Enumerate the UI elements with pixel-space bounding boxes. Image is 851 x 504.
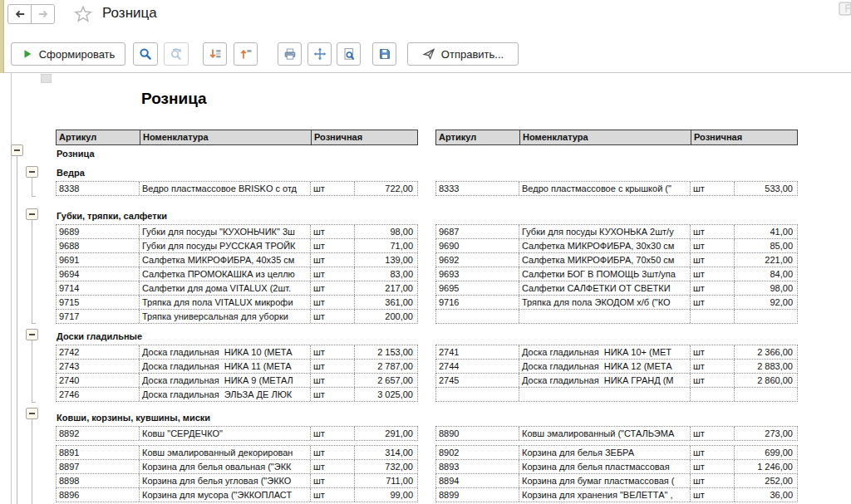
cell-article[interactable]: 9695 <box>436 281 519 295</box>
cell-price[interactable]: 200,00 <box>355 310 417 323</box>
group-label[interactable] <box>435 149 798 162</box>
expand-groups-button[interactable] <box>203 42 227 66</box>
send-button[interactable]: Отправить... <box>407 42 519 66</box>
cell-article[interactable]: 2746 <box>57 388 140 401</box>
cell-unit[interactable]: шт <box>311 427 355 440</box>
cell-article[interactable]: 8896 <box>57 488 140 502</box>
cell-unit[interactable]: шт <box>311 281 355 295</box>
cell-article[interactable]: 2743 <box>57 360 140 373</box>
cell-unit[interactable]: шт <box>691 253 735 267</box>
header-price[interactable]: Розничная <box>311 130 417 144</box>
group-label[interactable]: Ковши, корзины, кувшины, миски <box>56 413 418 426</box>
cell-price[interactable]: 139,00 <box>355 253 417 267</box>
cell-unit[interactable]: шт <box>691 225 735 238</box>
cell-unit[interactable]: шт <box>311 388 355 401</box>
cell-name[interactable]: Доска гладильная НИКА 11 (МЕТА <box>140 360 311 373</box>
cell-name[interactable]: Корзина для белья пластмассовая <box>519 460 691 473</box>
cell-price[interactable]: 84,00 <box>735 267 797 281</box>
cell-price[interactable]: 221,00 <box>735 253 797 267</box>
favorite-star-icon[interactable] <box>74 5 92 23</box>
cell-unit[interactable]: шт <box>691 360 735 373</box>
cell-unit[interactable]: шт <box>691 267 735 281</box>
cell-article[interactable]: 9694 <box>57 267 140 281</box>
cell-article[interactable]: 2745 <box>436 374 519 387</box>
cell-unit[interactable]: шт <box>691 474 735 487</box>
cell-price[interactable]: 83,00 <box>355 267 417 281</box>
cell-price[interactable]: 2 657,00 <box>355 374 417 387</box>
cell-name[interactable]: Салфетка ПРОМОКАШКА из целлю <box>140 267 311 281</box>
preview-button[interactable] <box>337 42 361 66</box>
cell-article[interactable]: 9690 <box>436 239 519 252</box>
cell-name[interactable]: Доска гладильная НИКА 10+ (МЕТ <box>519 345 691 359</box>
cell-price[interactable]: 699,00 <box>735 446 797 459</box>
header-price[interactable]: Розничная <box>691 130 797 144</box>
cell-price[interactable]: 71,00 <box>355 239 417 252</box>
cell-price[interactable]: 711,00 <box>355 474 417 487</box>
group-label[interactable]: Ведра <box>56 168 418 181</box>
cell-name[interactable]: Доска гладильная НИКА 12 (МЕТА <box>519 360 691 373</box>
group-label[interactable]: Розница <box>56 149 418 162</box>
print-button[interactable] <box>278 42 302 66</box>
cell-unit[interactable]: шт <box>691 239 735 252</box>
cell-article[interactable]: 2744 <box>436 360 519 373</box>
cell-unit[interactable]: шт <box>691 374 735 387</box>
cell-article[interactable]: 8892 <box>57 427 140 440</box>
cell-unit[interactable]: шт <box>691 446 735 459</box>
collapse-groups-button[interactable] <box>234 42 258 66</box>
cell-name[interactable]: Ковш "СЕРДЕЧКО" <box>140 427 311 440</box>
cell-article[interactable]: 9716 <box>436 296 519 309</box>
cell-article[interactable]: 8898 <box>57 474 140 487</box>
cell-price[interactable]: 291,00 <box>355 427 417 440</box>
cell-unit[interactable]: шт <box>691 488 735 502</box>
cell-name[interactable]: Салфетки для дома VITALUX (2шт. <box>140 281 311 295</box>
cell-article[interactable]: 8890 <box>436 427 519 440</box>
cell-article[interactable]: 2740 <box>57 374 140 387</box>
cell-price[interactable]: 361,00 <box>355 296 417 309</box>
cell-article[interactable]: 8338 <box>57 182 140 195</box>
forward-button[interactable] <box>31 4 55 24</box>
cell-article[interactable]: 2741 <box>436 345 519 359</box>
cell-price[interactable]: 217,00 <box>355 281 417 295</box>
cell-article[interactable]: 9692 <box>436 253 519 267</box>
group-label[interactable] <box>435 211 798 224</box>
cell-unit[interactable]: шт <box>311 345 355 359</box>
cell-price[interactable]: 2 860,00 <box>735 374 797 387</box>
collapse-group-button-doski[interactable] <box>26 329 38 340</box>
cell-unit[interactable]: шт <box>311 310 355 323</box>
cell-unit[interactable]: шт <box>311 253 355 267</box>
cell-article[interactable]: 9714 <box>57 281 140 295</box>
search-button[interactable] <box>133 42 158 66</box>
cell-price[interactable]: 533,00 <box>735 182 797 195</box>
cell-unit[interactable]: шт <box>691 281 735 295</box>
cell-name[interactable]: Салфетка МИКРОФИБРА, 40х35 см <box>140 253 311 267</box>
collapse-group-button-kovshi[interactable] <box>26 408 38 419</box>
cell-unit[interactable]: шт <box>311 374 355 387</box>
cell-name[interactable]: Тряпка для пола VITALUX микрофи <box>140 296 311 309</box>
collapse-group-button-roznica[interactable] <box>11 144 23 156</box>
fit-page-button[interactable] <box>307 42 332 66</box>
group-label[interactable] <box>435 168 798 181</box>
cell-price[interactable]: 252,00 <box>735 474 797 487</box>
cell-name[interactable]: Губки для посуды РУССКАЯ ТРОЙК <box>140 239 311 252</box>
cell-name[interactable]: Доска гладильная НИКА 9 (МЕТАЛ <box>140 374 311 387</box>
cell-unit[interactable]: шт <box>311 296 355 309</box>
cell-name[interactable]: Корзина для хранения "ВЕЛЕТТА" , <box>519 488 691 502</box>
header-name[interactable]: Номенклатура <box>519 130 691 144</box>
cell-unit[interactable]: шт <box>311 239 355 252</box>
header-article[interactable]: Артикул <box>436 130 519 144</box>
cell-article[interactable]: 9687 <box>436 225 519 238</box>
cell-name[interactable]: Салфетки БОГ В ПОМОЩЬ 3шт/упа <box>519 267 691 281</box>
cell-name[interactable]: Салфетки САЛФЕТКИ ОТ СВЕТКИ <box>519 281 691 295</box>
cell-unit[interactable]: шт <box>691 296 735 309</box>
cell-name[interactable]: Губки для посуды КУХОНЬКА 2шт/у <box>519 225 691 238</box>
cell-unit[interactable]: шт <box>311 225 355 238</box>
cell-name[interactable]: Салфетка МИКРОФИБРА, 70х50 см <box>519 253 691 267</box>
cell-price[interactable]: 2 883,00 <box>735 360 797 373</box>
cell-price[interactable]: 2 153,00 <box>355 345 417 359</box>
header-article[interactable]: Артикул <box>57 130 140 144</box>
cell-article[interactable]: 9691 <box>57 253 140 267</box>
cell-unit[interactable] <box>691 388 735 401</box>
group-label[interactable]: Доски гладильные <box>56 331 418 345</box>
cell-article[interactable] <box>436 388 519 401</box>
cell-article[interactable]: 8333 <box>436 182 519 195</box>
